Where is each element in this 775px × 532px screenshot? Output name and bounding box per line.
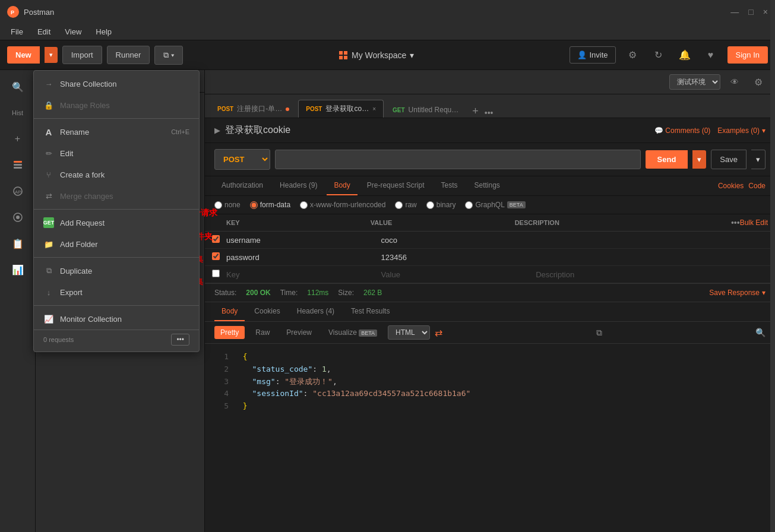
body-urlencoded-option[interactable]: x-www-form-urlencoded (300, 201, 385, 209)
resp-tab-test-results[interactable]: Test Results (344, 302, 397, 321)
environment-settings-icon[interactable]: ⚙ (749, 72, 768, 91)
workspace-button[interactable]: My Workspace ▾ (339, 50, 414, 60)
wrap-button[interactable]: ⇄ (435, 327, 442, 338)
menu-add-folder[interactable]: 📁 Add Folder (34, 233, 199, 255)
body-none-option[interactable]: none (214, 201, 241, 209)
sidebar-apis[interactable]: API (6, 179, 30, 203)
resp-pretty-button[interactable]: Pretty (214, 326, 245, 339)
tab-tests[interactable]: Tests (434, 176, 464, 195)
settings-button[interactable]: ⚙ (623, 46, 642, 65)
tab-untitled[interactable]: GET Untitled Requ… (385, 102, 466, 118)
resp-tab-body[interactable]: Body (214, 302, 245, 321)
body-graphql-option[interactable]: GraphQL BETA (465, 201, 525, 209)
tab-body[interactable]: Body (327, 176, 357, 195)
sidebar-monitors[interactable]: 📊 (6, 258, 30, 281)
menu-edit[interactable]: ✏ Edit (34, 142, 199, 164)
sidebar-new[interactable]: + (6, 127, 30, 151)
resp-preview-button[interactable]: Preview (280, 326, 318, 339)
tab-close-2[interactable]: × (372, 106, 376, 112)
import-button[interactable]: Import (62, 46, 102, 64)
window-controls[interactable]: — □ × (730, 7, 768, 17)
format-select[interactable]: HTML (388, 325, 430, 340)
comments-button[interactable]: 💬 Comments (0) (654, 126, 710, 135)
url-input[interactable]: http://127.0.0.1:8090/api/login (275, 150, 641, 169)
row3-checkbox[interactable] (212, 270, 220, 277)
environment-eye-icon[interactable]: 👁 (725, 72, 744, 91)
sidebar-mock[interactable]: 📋 (6, 232, 30, 255)
new-dropdown-button[interactable]: ▾ (45, 47, 58, 63)
form-table-header: KEY VALUE DESCRIPTION ••• Bulk Edit (205, 214, 775, 232)
menu-file[interactable]: File (5, 25, 29, 39)
heart-icon[interactable]: ♥ (701, 46, 720, 65)
menu-manage-roles[interactable]: 🔒 Manage Roles (34, 94, 199, 116)
runner-button[interactable]: Runner (107, 46, 150, 64)
extra-button[interactable]: ⧉ ▾ (154, 46, 183, 65)
menu-share-collection[interactable]: → Share Collection (34, 73, 199, 94)
menu-create-fork[interactable]: ⑂ Create a fork (34, 164, 199, 185)
tab-headers[interactable]: Headers (9) (273, 176, 324, 195)
merge-changes-label: Merge changes (60, 192, 113, 201)
menu-edit[interactable]: Edit (31, 25, 56, 39)
add-tab-button[interactable]: + (467, 105, 483, 118)
body-raw-option[interactable]: raw (395, 201, 416, 209)
tab-login[interactable]: POST 登录获取co… × (298, 100, 384, 118)
row2-checkbox[interactable] (212, 252, 220, 260)
sidebar-collections[interactable] (6, 153, 30, 177)
app-icon: P (7, 6, 19, 18)
resp-tab-headers[interactable]: Headers (4) (290, 302, 341, 321)
search-response-button[interactable]: 🔍 (755, 328, 765, 337)
menu-view[interactable]: View (59, 25, 87, 39)
menu-merge-changes[interactable]: ⇄ Merge changes (34, 185, 199, 207)
menu-export[interactable]: ↓ Export (34, 281, 199, 303)
form-row-1: username coco (205, 232, 775, 249)
invite-button[interactable]: 👤 Invite (570, 46, 615, 64)
get-badge-icon: GET (43, 217, 54, 228)
column-more-button[interactable]: ••• (731, 218, 740, 227)
bulk-edit-button[interactable]: Bulk Edit (740, 218, 768, 227)
tabs-bar: POST 注册接口-单… POST 登录获取co… × GET Untitled… (205, 94, 775, 118)
environment-select[interactable]: 测试环境 (669, 74, 720, 90)
sync-button[interactable]: ↻ (649, 46, 668, 65)
more-options-button[interactable]: ••• (171, 334, 189, 346)
body-binary-option[interactable]: binary (426, 201, 456, 209)
method-select[interactable]: POST GET PUT DELETE (214, 149, 270, 170)
notification-bell-icon[interactable]: 🔔 (675, 46, 694, 65)
row1-checkbox[interactable] (212, 235, 220, 243)
new-button[interactable]: New (7, 46, 40, 64)
resp-tab-cookies[interactable]: Cookies (247, 302, 287, 321)
tab-pre-request[interactable]: Pre-request Script (360, 176, 432, 195)
resp-visualize-button[interactable]: Visualize BETA (322, 326, 383, 339)
close-btn[interactable]: × (763, 7, 768, 17)
save-response-button[interactable]: Save Response ▾ (709, 289, 765, 297)
tab-authorization[interactable]: Authorization (214, 176, 270, 195)
menu-rename[interactable]: A Rename Ctrl+E (34, 121, 199, 142)
copy-response-button[interactable]: ⧉ (596, 328, 602, 338)
tab-register[interactable]: POST 注册接口-单… (210, 100, 297, 118)
send-dropdown-button[interactable]: ▾ (692, 150, 706, 169)
menu-duplicate[interactable]: ⧉ Duplicate (34, 260, 199, 281)
more-tabs-button[interactable]: ••• (485, 108, 494, 118)
sidebar-environments[interactable] (6, 205, 30, 229)
titlebar: P Postman — □ × (0, 0, 775, 24)
send-button[interactable]: Send (646, 150, 688, 169)
sign-in-button[interactable]: Sign In (727, 46, 768, 64)
code-line-4: 4 "sessionId": "cc13a12aa69cd34557aa521c… (214, 388, 765, 400)
cookies-link[interactable]: Cookies (718, 182, 744, 190)
minimize-btn[interactable]: — (730, 7, 739, 17)
graphql-beta-badge: BETA (507, 201, 526, 208)
examples-button[interactable]: Examples (0) ▾ (717, 126, 765, 135)
menu-help[interactable]: Help (90, 25, 118, 39)
tab-settings[interactable]: Settings (467, 176, 507, 195)
save-button[interactable]: Save (711, 150, 746, 169)
resp-raw-button[interactable]: Raw (249, 326, 276, 339)
svg-rect-7 (14, 164, 22, 166)
menu-monitor-collection[interactable]: 📈 Monitor Collection (34, 308, 199, 330)
sidebar-history[interactable]: Hist (6, 101, 30, 125)
sidebar-search[interactable]: 🔍 (6, 75, 30, 99)
body-form-data-option[interactable]: form-data (250, 201, 290, 209)
scrollbar[interactable] (770, 70, 775, 532)
save-dropdown-button[interactable]: ▾ (751, 150, 765, 169)
menu-add-request[interactable]: GET Add Request (34, 212, 199, 233)
code-link[interactable]: Code (748, 182, 765, 190)
maximize-btn[interactable]: □ (748, 7, 753, 17)
